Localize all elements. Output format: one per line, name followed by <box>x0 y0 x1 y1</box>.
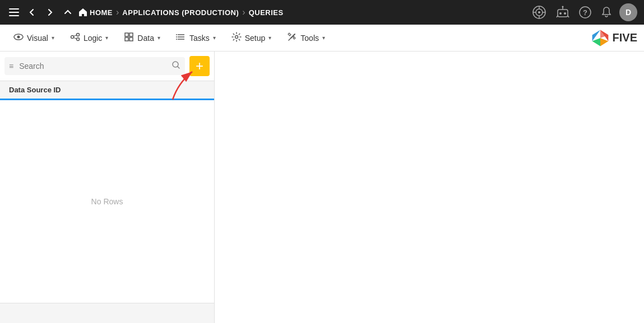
main-content: ≡ + Data Source ID <box>0 52 644 323</box>
svg-point-5 <box>538 11 540 13</box>
empty-message: No Rows <box>91 197 123 206</box>
bot-icon[interactable] <box>553 3 572 22</box>
svg-point-12 <box>564 12 566 15</box>
svg-point-20 <box>17 36 20 39</box>
menu-item-tasks-label: Tasks <box>189 34 210 43</box>
menu-button[interactable] <box>7 5 21 20</box>
svg-text:?: ? <box>583 8 587 17</box>
table-body: No Rows <box>0 100 214 303</box>
datasource-id-column-header: Data Source ID <box>9 86 61 94</box>
left-panel: ≡ + Data Source ID <box>0 52 215 323</box>
chevron-down-icon-setup: ▾ <box>268 35 271 41</box>
svg-point-22 <box>76 34 79 36</box>
breadcrumb-sep-1: › <box>116 7 119 17</box>
svg-rect-1 <box>9 12 19 13</box>
filter-icon: ≡ <box>9 62 13 71</box>
logic-icon <box>70 32 80 44</box>
menu-item-tools-label: Tools <box>300 34 319 43</box>
menu-item-visual-label: Visual <box>27 34 48 43</box>
five-logo: FIVE <box>590 28 637 48</box>
top-navigation: HOME › APPLICATIONS (PRODUCTION) › QUERI… <box>0 0 644 25</box>
menu-item-logic-label: Logic <box>84 34 102 43</box>
applications-breadcrumb: APPLICATIONS (PRODUCTION) <box>122 8 239 17</box>
gear-icon <box>231 32 242 44</box>
home-breadcrumb: HOME <box>78 8 113 17</box>
svg-point-23 <box>76 38 79 41</box>
menu-item-setup[interactable]: Setup ▾ <box>225 29 279 47</box>
chevron-down-icon-data: ▾ <box>157 35 160 41</box>
help-icon[interactable]: ? <box>577 4 594 21</box>
menu-item-tasks[interactable]: Tasks ▾ <box>169 29 223 47</box>
svg-rect-26 <box>125 33 128 36</box>
menu-bar: Visual ▾ Logic ▾ <box>0 25 644 52</box>
right-panel <box>215 52 644 323</box>
svg-rect-27 <box>129 33 133 36</box>
chevron-down-icon-tasks: ▾ <box>213 35 216 41</box>
table-footer <box>0 303 214 323</box>
chevron-down-icon: ▾ <box>52 35 54 41</box>
tasks-icon <box>176 32 186 44</box>
eye-icon <box>13 32 24 44</box>
add-button[interactable]: + <box>189 56 210 76</box>
svg-line-43 <box>178 67 180 69</box>
svg-line-16 <box>568 16 569 17</box>
search-bar: ≡ + <box>0 52 214 81</box>
chevron-down-icon-logic: ▾ <box>105 35 108 41</box>
svg-point-21 <box>71 36 73 39</box>
svg-rect-10 <box>558 10 568 17</box>
plus-icon: + <box>196 59 203 73</box>
top-nav-left: HOME › APPLICATIONS (PRODUCTION) › QUERI… <box>7 5 525 20</box>
queries-breadcrumb: QUERIES <box>249 8 284 17</box>
svg-point-11 <box>559 12 562 15</box>
forward-button[interactable] <box>43 5 57 20</box>
svg-point-36 <box>235 36 238 39</box>
svg-rect-2 <box>9 15 19 16</box>
data-icon <box>124 32 134 44</box>
back-button[interactable] <box>25 5 39 20</box>
svg-rect-0 <box>9 8 19 10</box>
menu-item-logic[interactable]: Logic ▾ <box>63 29 115 47</box>
user-avatar[interactable]: D <box>619 3 637 21</box>
menu-item-setup-label: Setup <box>245 34 266 43</box>
menu-item-data[interactable]: Data ▾ <box>117 29 167 47</box>
chevron-down-icon-tools: ▾ <box>322 35 325 41</box>
up-button[interactable] <box>61 5 75 20</box>
svg-line-15 <box>557 16 558 17</box>
breadcrumb-sep-2: › <box>242 7 245 17</box>
bell-icon[interactable] <box>598 4 615 21</box>
svg-line-24 <box>73 35 76 37</box>
search-icon <box>172 60 180 72</box>
top-nav-right: ? D <box>530 3 637 22</box>
tools-icon <box>287 32 297 44</box>
search-input-wrapper: ≡ <box>4 57 185 75</box>
menu-item-visual[interactable]: Visual ▾ <box>7 29 61 47</box>
svg-point-14 <box>562 6 564 8</box>
menu-item-tools[interactable]: Tools ▾ <box>280 29 332 47</box>
menu-item-data-label: Data <box>137 34 154 43</box>
ai-icon[interactable] <box>530 3 549 22</box>
five-logo-text: FIVE <box>613 31 637 44</box>
table-header: Data Source ID <box>0 81 214 100</box>
svg-line-25 <box>73 38 76 39</box>
search-input[interactable] <box>19 62 168 71</box>
svg-rect-29 <box>129 38 133 41</box>
svg-rect-28 <box>125 38 128 41</box>
